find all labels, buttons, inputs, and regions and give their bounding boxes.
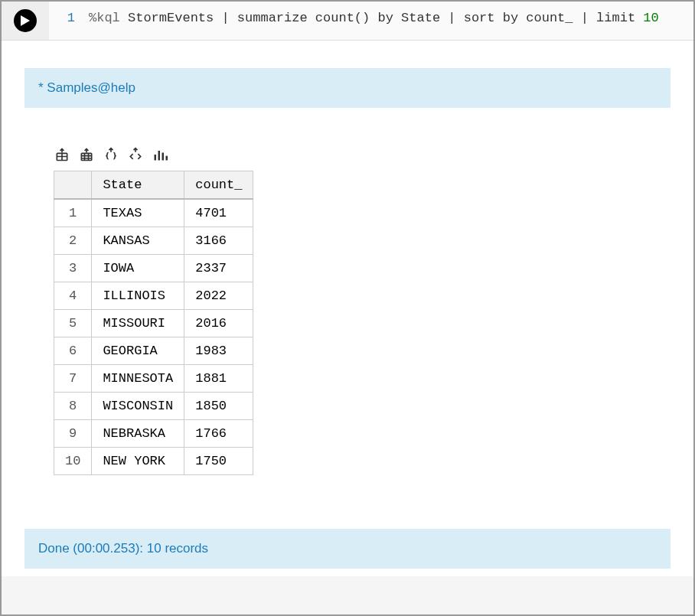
- table-row[interactable]: 7MINNESOTA1881: [54, 365, 253, 393]
- code-cell: 1 %kql StormEvents | summarize count() b…: [2, 2, 693, 41]
- svg-rect-6: [166, 156, 168, 161]
- code-tags-icon[interactable]: [127, 146, 144, 163]
- status-banner: Done (00:00.253): 10 records: [24, 529, 671, 569]
- row-index: 2: [54, 227, 92, 255]
- cell-state: TEXAS: [92, 199, 184, 227]
- cell-gutter: [2, 2, 49, 40]
- column-header-state[interactable]: State: [92, 171, 184, 200]
- table-body: 1TEXAS47012KANSAS31663IOWA23374ILLINOIS2…: [54, 199, 253, 475]
- cell-count: 1850: [184, 393, 253, 420]
- svg-rect-2: [81, 153, 91, 160]
- results-table: State count_ 1TEXAS47012KANSAS31663IOWA2…: [54, 171, 253, 475]
- row-index: 4: [54, 282, 92, 310]
- cell-count: 2016: [184, 310, 253, 337]
- table-row[interactable]: 9NEBRASKA1766: [54, 420, 253, 448]
- table-row[interactable]: 4ILLINOIS2022: [54, 282, 253, 310]
- cell-count: 2022: [184, 282, 253, 310]
- row-index: 7: [54, 365, 92, 393]
- table-row[interactable]: 8WISCONSIN1850: [54, 393, 253, 420]
- code-braces-icon[interactable]: [103, 146, 119, 163]
- row-index: 9: [54, 420, 92, 448]
- export-data-icon[interactable]: [78, 146, 95, 163]
- cell-count: 1766: [184, 420, 253, 448]
- table-header: State count_: [54, 171, 253, 200]
- code-editor[interactable]: 1 %kql StormEvents | summarize count() b…: [49, 2, 693, 40]
- column-header-index[interactable]: [54, 171, 92, 200]
- table-row[interactable]: 3IOWA2337: [54, 255, 253, 282]
- cell-state: MISSOURI: [92, 310, 184, 337]
- run-button[interactable]: [14, 9, 37, 32]
- row-index: 6: [54, 337, 92, 365]
- export-table-icon[interactable]: [54, 146, 70, 163]
- table-row[interactable]: 2KANSAS3166: [54, 227, 253, 255]
- cell-state: ILLINOIS: [92, 282, 184, 310]
- cell-state: MINNESOTA: [92, 365, 184, 393]
- cell-count: 1750: [184, 448, 253, 475]
- connection-banner: * Samples@help: [24, 68, 671, 108]
- table-row[interactable]: 1TEXAS4701: [54, 199, 253, 227]
- line-number: 1: [55, 11, 89, 31]
- svg-rect-3: [155, 155, 157, 161]
- table-row[interactable]: 10NEW YORK1750: [54, 448, 253, 475]
- cell-state: GEORGIA: [92, 337, 184, 365]
- svg-rect-4: [158, 151, 161, 161]
- row-index: 1: [54, 199, 92, 227]
- cell-count: 2337: [184, 255, 253, 282]
- table-row[interactable]: 6GEORGIA1983: [54, 337, 253, 365]
- bar-chart-icon[interactable]: [152, 146, 168, 163]
- column-header-count[interactable]: count_: [184, 171, 253, 200]
- cell-state: NEW YORK: [92, 448, 184, 475]
- svg-rect-5: [162, 153, 165, 161]
- result-toolbar: [54, 146, 671, 163]
- cell-state: IOWA: [92, 255, 184, 282]
- output-area: * Samples@help State count_ 1TEXAS47012K…: [2, 41, 693, 576]
- row-index: 3: [54, 255, 92, 282]
- cell-count: 3166: [184, 227, 253, 255]
- row-index: 10: [54, 448, 92, 475]
- code-content: %kql StormEvents | summarize count() by …: [89, 11, 659, 31]
- cell-state: WISCONSIN: [92, 393, 184, 420]
- row-index: 8: [54, 393, 92, 420]
- cell-count: 1983: [184, 337, 253, 365]
- row-index: 5: [54, 310, 92, 337]
- cell-count: 1881: [184, 365, 253, 393]
- play-icon: [21, 15, 30, 26]
- cell-count: 4701: [184, 199, 253, 227]
- cell-state: KANSAS: [92, 227, 184, 255]
- table-row[interactable]: 5MISSOURI2016: [54, 310, 253, 337]
- cell-state: NEBRASKA: [92, 420, 184, 448]
- svg-marker-0: [21, 15, 30, 26]
